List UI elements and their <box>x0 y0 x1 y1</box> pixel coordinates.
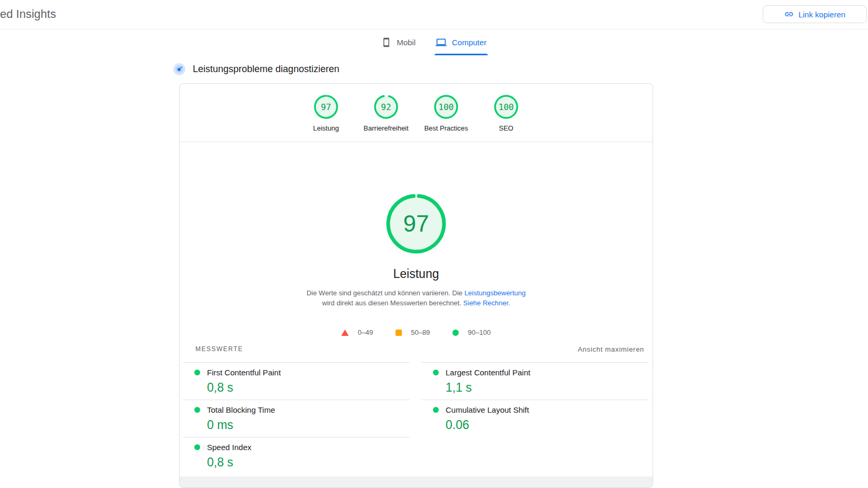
metric-status-dot <box>194 370 200 375</box>
app-header: ed Insights Link kopieren <box>0 0 868 29</box>
category-label: SEO <box>499 124 513 132</box>
category-label: Leistung <box>313 124 339 132</box>
link-icon <box>784 9 794 19</box>
diagnose-section-title: Leistungsprobleme diagnostizieren <box>193 64 339 75</box>
category-gauge-best-practices[interactable]: 100 Best Practices <box>416 94 476 132</box>
smartphone-icon <box>381 37 391 47</box>
score-circle: 97 <box>313 94 339 119</box>
score-legend: 0–49 50–89 90–100 <box>180 328 653 336</box>
metric-name: Speed Index <box>207 443 251 452</box>
metric-largest-contentful-paint: Largest Contentful Paint 1,1 s <box>421 362 648 400</box>
metric-name: First Contentful Paint <box>207 368 281 377</box>
metric-speed-index: Speed Index 0,8 s <box>183 437 410 474</box>
metric-name: Largest Contentful Paint <box>446 368 530 377</box>
metric-first-contentful-paint: First Contentful Paint 0,8 s <box>183 362 410 400</box>
copy-link-button[interactable]: Link kopieren <box>763 5 867 23</box>
active-tab-underline <box>435 54 488 55</box>
tab-mobil[interactable]: Mobil <box>380 34 417 55</box>
pagespeed-insights-page: ed Insights Link kopieren Mobil <box>0 0 868 488</box>
metric-status-dot <box>433 407 439 413</box>
metric-status-dot <box>194 407 200 413</box>
score-value: 100 <box>433 94 459 119</box>
speedometer-icon <box>173 63 186 76</box>
score-disclaimer: Die Werte sind geschätzt und können vari… <box>180 288 653 308</box>
score-circle: 100 <box>494 94 519 119</box>
category-gauge-barrierefreiheit[interactable]: 92 Barrierefreiheit <box>356 94 416 132</box>
tab-mobil-label: Mobil <box>397 38 416 47</box>
metric-value: 0,8 s <box>207 455 410 470</box>
metric-status-dot <box>194 444 200 450</box>
score-value: 97 <box>313 94 339 119</box>
metric-value: 0 ms <box>207 418 410 432</box>
metric-total-blocking-time: Total Blocking Time 0 ms <box>183 400 410 437</box>
next-section-strip <box>180 476 653 488</box>
metric-status-dot <box>433 370 439 375</box>
device-tabs: Mobil Computer <box>0 34 868 55</box>
score-circle: 100 <box>433 94 459 119</box>
score-value: 100 <box>494 94 519 119</box>
score-circle: 92 <box>373 94 399 119</box>
metric-name: Total Blocking Time <box>207 405 275 414</box>
category-label: Barrierefreiheit <box>363 124 408 132</box>
metric-value: 1,1 s <box>446 381 648 395</box>
leistungsbewertung-link[interactable]: Leistungsbewertung <box>465 289 526 297</box>
tab-computer[interactable]: Computer <box>435 34 488 55</box>
metric-cumulative-layout-shift: Cumulative Layout Shift 0.06 <box>421 400 648 437</box>
metrics-column-left: First Contentful Paint 0,8 s Total Block… <box>183 362 410 474</box>
app-title: ed Insights <box>0 7 56 21</box>
diagnose-section-header: Leistungsprobleme diagnostizieren <box>173 63 339 76</box>
legend-range: 90–100 <box>468 328 490 336</box>
performance-title: Leistung <box>180 267 653 281</box>
expand-view-link[interactable]: Ansicht maximieren <box>578 345 644 353</box>
tab-computer-label: Computer <box>452 38 487 47</box>
red-triangle-icon <box>341 330 349 336</box>
category-score-row: 97 Leistung 92 Barrierefreiheit <box>180 84 653 142</box>
siehe-rechner-link[interactable]: Siehe Rechner. <box>463 299 510 307</box>
orange-square-icon <box>396 330 402 336</box>
metrics-header: MESSWERTE Ansicht maximieren <box>180 344 653 354</box>
computer-icon <box>436 37 447 48</box>
legend-item-average: 50–89 <box>396 328 430 336</box>
disclaimer-line1-text: Die Werte sind geschätzt und können vari… <box>307 289 465 297</box>
green-circle-icon <box>452 330 459 336</box>
metric-value: 0.06 <box>446 418 648 432</box>
metrics-grid: First Contentful Paint 0,8 s Total Block… <box>183 362 648 474</box>
performance-gauge: 97 <box>386 194 446 254</box>
score-value: 92 <box>373 94 399 119</box>
legend-range: 0–49 <box>358 328 373 336</box>
performance-gauge-wrap: 97 <box>180 194 653 254</box>
metric-name: Cumulative Layout Shift <box>446 405 529 414</box>
metric-value: 0,8 s <box>207 381 410 395</box>
legend-range: 50–89 <box>411 328 430 336</box>
legend-item-pass: 90–100 <box>452 328 490 336</box>
category-gauge-seo[interactable]: 100 SEO <box>476 94 536 132</box>
legend-item-fail: 0–49 <box>341 328 373 336</box>
performance-score-value: 97 <box>386 194 446 254</box>
card-divider <box>180 142 653 142</box>
category-label: Best Practices <box>424 124 468 132</box>
report-card: 97 Leistung 92 Barrierefreiheit <box>179 83 653 488</box>
disclaimer-line2-text: wird direkt aus diesen Messwerten berech… <box>322 299 463 307</box>
copy-link-label: Link kopieren <box>798 10 845 19</box>
metrics-heading: MESSWERTE <box>195 345 243 353</box>
category-gauge-leistung[interactable]: 97 Leistung <box>296 94 356 132</box>
metrics-column-right: Largest Contentful Paint 1,1 s Cumulativ… <box>421 362 648 474</box>
